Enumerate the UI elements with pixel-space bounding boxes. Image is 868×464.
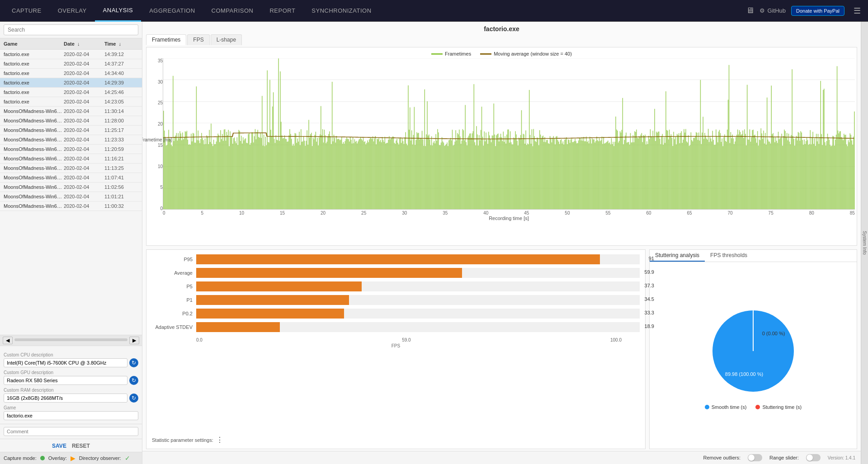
svg-rect-580 (659, 131, 659, 209)
action-buttons: SAVE RESET (0, 439, 142, 452)
svg-rect-415 (516, 134, 516, 209)
svg-rect-668 (735, 141, 735, 209)
sort-date-icon: ↓ (77, 41, 80, 47)
nav-aggregation[interactable]: AGGREGATION (141, 0, 203, 22)
system-info-sidebar[interactable]: System Info (861, 22, 868, 464)
search-input[interactable] (4, 24, 138, 35)
save-button[interactable]: SAVE (52, 443, 66, 449)
ram-input[interactable] (4, 394, 127, 403)
top-navigation: CAPTURE OVERLAY ANALYSIS AGGREGATION COM… (0, 0, 868, 22)
svg-rect-748 (804, 140, 804, 209)
table-row[interactable]: factorio.exe 2020-02-04 14:34:40 (0, 69, 142, 78)
remove-outliers-toggle[interactable] (748, 454, 762, 461)
ram-refresh-button[interactable]: ↻ (129, 394, 138, 403)
svg-rect-408 (510, 131, 510, 209)
nav-synchronization[interactable]: SYNCHRONIZATION (303, 0, 379, 22)
game-input[interactable] (4, 411, 138, 420)
bar-label: P5 (152, 284, 193, 289)
svg-rect-774 (826, 141, 827, 209)
svg-rect-219 (346, 137, 347, 209)
table-row[interactable]: MoonsOfMadness-Win64-Shipping.exe 2020-0… (0, 116, 142, 126)
reset-button[interactable]: RESET (72, 443, 90, 449)
svg-rect-361 (469, 134, 470, 209)
cell-time: 11:01:21 (104, 194, 138, 199)
svg-rect-129 (269, 142, 269, 209)
table-row[interactable]: MoonsOfMadness-Win64-Shipping.exe 2020-0… (0, 164, 142, 173)
nav-report[interactable]: REPORT (261, 0, 303, 22)
svg-rect-744 (801, 131, 801, 209)
svg-rect-24 (178, 133, 179, 209)
table-row[interactable]: factorio.exe 2020-02-04 14:25:46 (0, 88, 142, 97)
table-row[interactable]: MoonsOfMadness-Win64-Shipping.exe 2020-0… (0, 107, 142, 116)
scroll-right-button[interactable]: ▶ (129, 337, 139, 344)
svg-rect-507 (595, 141, 596, 209)
cell-time: 11:00:32 (104, 203, 138, 209)
menu-icon[interactable]: ☰ (850, 4, 864, 18)
svg-rect-475 (568, 139, 568, 209)
col-header-time[interactable]: Time ↓ (104, 41, 138, 47)
table-row[interactable]: MoonsOfMadness-Win64-Shipping.exe 2020-0… (0, 173, 142, 183)
scroll-left-button[interactable]: ◀ (3, 337, 13, 344)
col-header-date[interactable]: Date ↓ (64, 41, 104, 47)
svg-rect-383 (488, 132, 489, 209)
svg-rect-376 (482, 137, 483, 209)
svg-rect-547 (630, 133, 631, 209)
svg-rect-473 (566, 137, 566, 209)
range-slider-toggle[interactable] (806, 454, 821, 461)
table-row[interactable]: MoonsOfMadness-Win64-Shipping.exe 2020-0… (0, 202, 142, 211)
svg-rect-76 (223, 141, 223, 209)
tab-lshape[interactable]: L-shape (211, 34, 242, 45)
svg-rect-577 (656, 131, 656, 209)
svg-rect-527 (613, 142, 613, 209)
table-row[interactable]: MoonsOfMadness-Win64-Shipping.exe 2020-0… (0, 192, 142, 202)
tab-frametimes[interactable]: Frametimes (146, 34, 186, 45)
svg-rect-612 (686, 141, 687, 209)
screenshot-icon[interactable]: 🖥 (746, 6, 754, 15)
table-row[interactable]: factorio.exe 2020-02-04 14:29:39 (0, 78, 142, 88)
table-row[interactable]: factorio.exe 2020-02-04 14:39:12 (0, 50, 142, 59)
pie-tab-stuttering[interactable]: Stuttering analysis (650, 250, 705, 262)
cell-date: 2020-02-04 (64, 156, 104, 161)
nav-comparison[interactable]: COMPARISON (203, 0, 262, 22)
svg-rect-484 (576, 141, 576, 209)
svg-rect-629 (701, 144, 702, 209)
svg-rect-184 (316, 142, 317, 209)
github-button[interactable]: ⚙ GitHub (760, 7, 786, 14)
pie-tab-fps-thresholds[interactable]: FPS thresholds (705, 250, 753, 262)
svg-rect-355 (464, 140, 465, 209)
svg-rect-446 (543, 136, 543, 209)
svg-rect-276 (396, 141, 396, 209)
table-row[interactable]: factorio.exe 2020-02-04 14:37:27 (0, 59, 142, 69)
table-row[interactable]: MoonsOfMadness-Win64-Shipping.exe 2020-0… (0, 183, 142, 192)
table-row[interactable]: MoonsOfMadness-Win64-Shipping.exe 2020-0… (0, 126, 142, 135)
svg-rect-682 (747, 85, 747, 209)
tab-fps[interactable]: FPS (187, 34, 209, 45)
svg-rect-681 (746, 145, 746, 209)
settings-dots-icon[interactable]: ⋮ (216, 436, 223, 444)
cpu-input[interactable] (4, 358, 127, 367)
svg-rect-670 (736, 135, 737, 209)
svg-rect-483 (575, 139, 575, 209)
nav-capture[interactable]: CAPTURE (4, 0, 50, 22)
table-row[interactable]: MoonsOfMadness-Win64-Shipping.exe 2020-0… (0, 135, 142, 145)
nav-overlay[interactable]: OVERLAY (50, 0, 95, 22)
svg-rect-110 (252, 132, 253, 209)
gpu-input[interactable] (4, 376, 127, 385)
comment-input[interactable] (4, 427, 138, 436)
table-row[interactable]: factorio.exe 2020-02-04 14:23:05 (0, 97, 142, 107)
svg-rect-447 (544, 142, 544, 209)
svg-rect-713 (774, 137, 774, 209)
nav-analysis[interactable]: ANALYSIS (95, 0, 142, 22)
paypal-button[interactable]: Donate with PayPal (791, 6, 844, 16)
left-panel: Game Date ↓ Time ↓ factorio.exe 2020-02-… (0, 22, 142, 464)
svg-rect-624 (697, 133, 697, 209)
gpu-refresh-button[interactable]: ↻ (129, 376, 138, 385)
svg-rect-424 (524, 134, 524, 209)
svg-rect-536 (621, 133, 621, 209)
svg-rect-745 (801, 132, 802, 209)
table-row[interactable]: MoonsOfMadness-Win64-Shipping.exe 2020-0… (0, 154, 142, 164)
cpu-refresh-button[interactable]: ↻ (129, 358, 138, 367)
svg-rect-417 (518, 145, 518, 209)
table-row[interactable]: MoonsOfMadness-Win64-Shipping.exe 2020-0… (0, 145, 142, 154)
cell-time: 11:28:00 (104, 118, 138, 123)
